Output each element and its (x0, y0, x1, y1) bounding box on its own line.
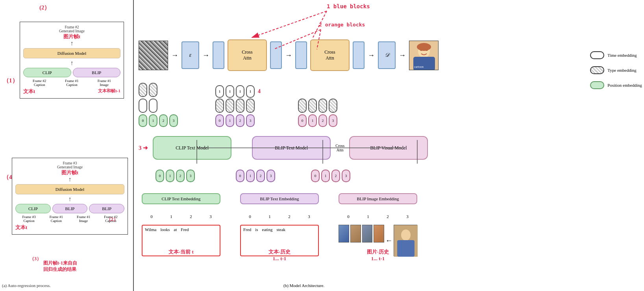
arch-caption: (b) Model Architecture. (283, 283, 324, 288)
blip-text-n3: 3 (308, 214, 310, 219)
green-pill-2: 2 (159, 114, 168, 127)
ar-bottom-diagram: Frame #3Generated Image 图片帧t ↑ Diffusion… (12, 158, 128, 235)
annotation-3: 3 ➜ (139, 144, 148, 151)
pink-pill-1: 1 (308, 114, 317, 127)
text-t-label-b: 文本t (15, 224, 27, 231)
svg-point-8 (401, 229, 411, 241)
pink-pill-2: 2 (318, 114, 327, 127)
arrow-right-1: → (171, 51, 178, 60)
unet-row: → ε → CrossAttn → CrossAttn → 𝒟 (139, 39, 557, 71)
clip-bottom-label: 文本-当前 t (142, 248, 220, 262)
frame3-generated-label: Frame #3Generated Image (15, 161, 124, 169)
encoder-label: ε (189, 52, 192, 58)
annotation-blue: 1 blue blocks (327, 3, 370, 9)
legend-time: Time embedding (590, 51, 642, 59)
ar-caption: (a) Auto-regression process. (2, 283, 51, 288)
clip-n1: 1 (170, 214, 172, 219)
green-pill-1: 1 (149, 114, 157, 127)
legend-type: Type embedding (590, 66, 642, 74)
cross-attn-label-small: CrossAttn (335, 144, 344, 152)
diffusion-model-bottom: Diffusion Model (15, 184, 124, 194)
num1-pill-3: 1 (236, 85, 244, 98)
output-image: cartoon (409, 41, 439, 70)
arrow-down-2: ↑ (23, 60, 120, 66)
model-boxes-row: 3 ➜ CLIP Text Model BLIP Text Model Cros… (139, 136, 557, 160)
annotation-orange: 2 orange blocks (319, 22, 365, 28)
token-rows: 0 1 2 3 1 1 1 1 4 (139, 83, 557, 127)
hatch-pill-6 (246, 99, 255, 113)
clip-box-top: CLIP (23, 68, 71, 77)
pk-embed-3: 3 (342, 170, 350, 182)
text-frame-label: 文本和帧t-1 (98, 88, 120, 95)
blip-visual-model-box: BLIP Visual Model (349, 136, 428, 160)
pink-pill-3: 3 (329, 114, 337, 127)
frame1-caption-label-b: Frame #1Caption (50, 215, 63, 223)
thumb-0 (339, 225, 349, 242)
p-embed-1: 1 (246, 170, 255, 182)
embedding-boxes-row: CLIP Text Embedding BLIP Text Embedding … (142, 193, 417, 204)
arrow-down-4: ↑ (15, 196, 124, 202)
page-container: (2） （1） （4） Frame #2Generated Image 图片帧t… (0, 0, 644, 291)
history-label: 图片帧t-1来自自回归生成的结果 (43, 260, 77, 272)
arrow-right-3: → (285, 51, 292, 60)
frame-t-red-top: 图片帧t (23, 33, 120, 40)
spacer-1 (235, 144, 249, 152)
diffusion-model-top: Diffusion Model (23, 48, 120, 58)
clip-text-model-label: CLIP Text Model (176, 145, 209, 151)
clip-embed-label: CLIP Text Embedding (162, 196, 201, 201)
label-2-bottom: （2） (106, 216, 118, 223)
clip-n0: 0 (150, 214, 153, 219)
blip-text-n1: 1 (268, 214, 271, 219)
frame1-image-label: Frame #1Image (98, 79, 111, 87)
purple-pill-0: 0 (215, 114, 224, 127)
arrow-right-4: → (368, 51, 375, 60)
blip-text-embed-box: BLIP Text Embedding (240, 193, 319, 204)
annotation-4: 4 (258, 88, 261, 95)
frame2-generated-label: Frame #2Generated Image (23, 25, 120, 33)
svg-point-4 (417, 43, 431, 51)
frame2-caption-label: Frame #2Caption (33, 79, 46, 87)
pos-embed-label: Position embedding (607, 83, 642, 88)
label-2-top: (2） (39, 4, 50, 11)
embed-number-row: 0 1 2 3 0 1 2 3 0 1 2 3 (142, 214, 417, 219)
arrow-right-5: → (399, 51, 406, 60)
purple-pill-1: 1 (226, 114, 234, 127)
hatch-pill-1 (139, 83, 147, 97)
label-1: （1） (3, 77, 18, 84)
g-embed-3: 3 (186, 170, 195, 182)
arrow-down-3: ↑ (15, 176, 124, 183)
blip-text-model-label: BLIP Text Model (275, 145, 308, 151)
cross-attn-1: CrossAttn (228, 39, 267, 71)
clip-embed-box: CLIP Text Embedding (142, 193, 220, 204)
num1-pill-4: 1 (246, 85, 255, 98)
hatch-pill-7 (298, 99, 307, 113)
blip-img-n3: 3 (406, 214, 409, 219)
blip-box-bottom-1: BLIP (52, 204, 88, 213)
decoder-box: 𝒟 (378, 41, 396, 69)
embed-nums-row: 0 1 2 3 0 1 2 3 0 1 2 3 (155, 170, 350, 182)
clip-text-model-box: CLIP Text Model (153, 136, 231, 160)
blip-img-n0: 0 (347, 214, 350, 219)
clip-box-bottom: CLIP (15, 204, 51, 213)
num1-pill-1: 1 (215, 85, 224, 98)
ar-top-diagram: Frame #2Generated Image 图片帧t ↑ Diffusion… (20, 22, 124, 99)
time-embed-label: Time embedding (607, 53, 637, 58)
bottom-labels-row: 文本-当前 t 文本-历史1... t-1 图片-历史1... t-1 (142, 248, 417, 262)
blue-block-1 (213, 41, 224, 69)
blip-text-model-box: BLIP Text Model (252, 136, 331, 160)
hatch-pill-3 (215, 99, 224, 113)
p-embed-3: 3 (266, 170, 275, 182)
frame1-image-label-b: Frame #1Image (77, 215, 90, 223)
frame3-caption-label-b: Frame #3Caption (22, 215, 36, 223)
text-t-label: 文本t (23, 88, 35, 95)
blue-block-3 (295, 41, 307, 69)
green-pill-3: 3 (169, 114, 178, 127)
arrow-down-1: ↑ (23, 40, 120, 47)
arrow-right-2: → (202, 51, 209, 60)
blip-img-n2: 2 (387, 214, 389, 219)
blip-text-n2: 2 (288, 214, 291, 219)
blip-box-top: BLIP (73, 68, 121, 77)
blip-visual-model-label: BLIP Visual Model (370, 145, 407, 151)
label-3-bottom: （3） (30, 256, 41, 262)
encoder-box: ε (181, 41, 199, 69)
